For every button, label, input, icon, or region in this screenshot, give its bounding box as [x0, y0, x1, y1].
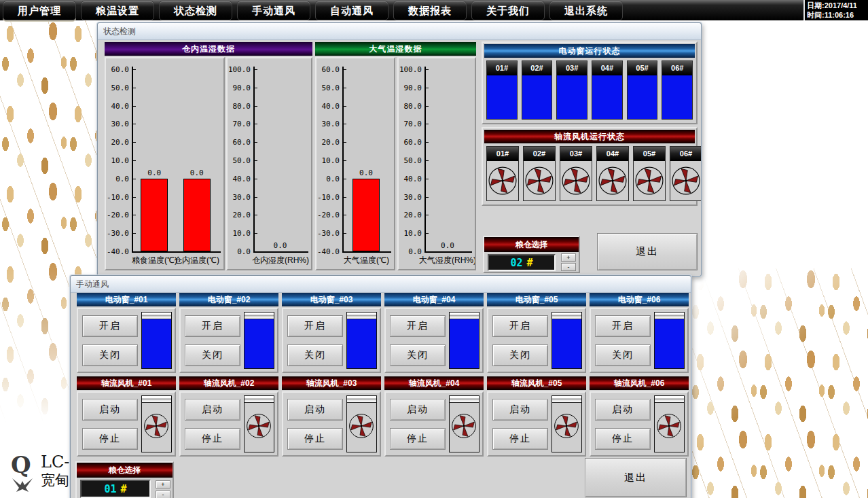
y-tick-mark	[426, 233, 429, 234]
chart-bar	[352, 179, 380, 251]
open-button[interactable]: 开启	[82, 315, 138, 337]
stop-button[interactable]: 停止	[287, 428, 343, 450]
menu-button-6[interactable]: 数据报表	[393, 1, 467, 20]
open-button[interactable]: 开启	[390, 315, 446, 337]
fan-icon	[597, 165, 628, 196]
fan-unit-column: 04#	[596, 146, 629, 201]
unit-number-label: 03#	[557, 61, 587, 75]
menu-button-4[interactable]: 手动通风	[237, 1, 310, 20]
fan-status-cell	[560, 161, 592, 200]
manual-window-titlebar[interactable]: 手动通风	[71, 276, 691, 293]
close-button[interactable]: 关闭	[287, 344, 343, 366]
bar-value-label: 0.0	[271, 241, 290, 250]
indoor-humidity-chart-panel: 100.090.080.070.060.050.040.030.020.010.…	[226, 57, 312, 270]
y-tick-mark	[426, 124, 429, 124]
menu-button-1[interactable]: 用户管理	[3, 1, 76, 20]
stop-button[interactable]: 停止	[595, 428, 651, 450]
close-button[interactable]: 关闭	[185, 344, 240, 366]
start-button[interactable]: 启动	[287, 399, 343, 421]
y-tick-label: 80.0	[399, 102, 422, 111]
window-cell-body: 开启关闭	[282, 308, 381, 373]
fan-cell-body: 启动停止	[487, 391, 586, 457]
menu-button-8[interactable]: 退出系统	[549, 1, 623, 20]
x-axis	[424, 251, 472, 253]
y-tick-mark	[426, 88, 429, 88]
window-position-indicator	[244, 312, 274, 369]
y-tick-mark	[426, 69, 429, 70]
stop-button[interactable]: 停止	[492, 428, 548, 450]
svg-text:Q: Q	[11, 452, 31, 478]
menu-button-5[interactable]: 自动通风	[315, 1, 388, 20]
y-tick-label: 10.0	[317, 156, 340, 165]
fan-icon	[553, 405, 580, 447]
bin-decrement-button[interactable]: -	[561, 263, 576, 271]
menu-button-7[interactable]: 关于我们	[471, 1, 545, 20]
start-button[interactable]: 启动	[390, 399, 446, 421]
start-button[interactable]: 启动	[595, 399, 651, 421]
bin-increment-button[interactable]: +	[156, 480, 170, 488]
y-tick-label: 20.0	[399, 211, 422, 219]
open-button[interactable]: 开启	[185, 315, 240, 337]
fan-status-header: 轴流风机运行状态	[484, 130, 695, 143]
y-tick-label: 90.0	[399, 84, 422, 92]
bin-select-header: 粮仓选择	[77, 463, 173, 478]
y-tick-label: -30.0	[317, 229, 340, 238]
start-button[interactable]: 启动	[185, 399, 240, 421]
open-button[interactable]: 开启	[595, 315, 651, 337]
fan-icon	[143, 405, 170, 447]
y-tick-label: 30.0	[399, 193, 422, 202]
start-button[interactable]: 启动	[492, 399, 548, 421]
y-tick-label: -20.0	[317, 211, 340, 219]
y-tick-mark	[426, 197, 429, 198]
close-button[interactable]: 关闭	[390, 344, 446, 366]
exit-button-manual[interactable]: 退出	[585, 458, 687, 497]
close-button[interactable]: 关闭	[492, 344, 548, 366]
fan-unit-column: 06#	[670, 146, 702, 201]
y-tick-label: 50.0	[317, 84, 340, 92]
fan-indicator	[551, 395, 582, 452]
unit-number-label: 01#	[487, 61, 517, 75]
menu-button-3[interactable]: 状态检测	[159, 1, 232, 20]
window-control-cell: 电动窗_#03开启关闭	[282, 293, 381, 373]
y-tick-label: 0.0	[106, 175, 129, 183]
exit-button-status[interactable]: 退出	[597, 233, 698, 270]
stop-button[interactable]: 停止	[82, 428, 138, 450]
indoor-data-header: 仓内温湿数据	[105, 42, 312, 56]
window-open-indicator	[522, 75, 552, 119]
unit-number-label: 06#	[662, 61, 692, 75]
y-tick-mark	[255, 142, 257, 143]
open-button[interactable]: 开启	[492, 315, 548, 337]
open-button[interactable]: 开启	[287, 315, 343, 337]
stop-button[interactable]: 停止	[390, 428, 446, 450]
window-cell-body: 开启关闭	[77, 308, 176, 373]
fan-icon	[524, 165, 555, 196]
fan-status-cell	[524, 161, 555, 200]
fan-control-cell: 轴流风机_#01启动停止	[77, 376, 176, 457]
y-tick-mark	[133, 251, 136, 252]
close-button[interactable]: 关闭	[595, 344, 651, 366]
status-detection-window: 状态检测 仓内温湿数据 大气温湿数据 60.050.040.030.020.01…	[97, 22, 702, 277]
atmos-temp-chart-panel: 60.050.040.030.020.010.00.0-10.0-20.0-30…	[315, 57, 395, 270]
y-tick-mark	[133, 197, 136, 198]
window-control-cell: 电动窗_#04开启关闭	[384, 293, 484, 373]
y-axis	[424, 67, 426, 253]
menu-button-2[interactable]: 粮温设置	[81, 1, 154, 20]
y-tick-mark	[344, 197, 346, 198]
close-button[interactable]: 关闭	[82, 344, 138, 366]
bin-decrement-button[interactable]: -	[156, 491, 170, 498]
start-button[interactable]: 启动	[82, 399, 138, 421]
y-tick-mark	[344, 160, 346, 161]
window-position-indicator	[551, 312, 582, 369]
y-tick-label: 0.0	[399, 247, 422, 256]
scada-screen: Q LC-6 宽甸 用户管理粮温设置状态检测手动通风自动通风数据报表关于我们退出…	[0, 0, 868, 498]
stop-button[interactable]: 停止	[185, 428, 240, 450]
window-cell-body: 开启关闭	[384, 308, 484, 373]
y-tick-mark	[133, 124, 136, 124]
fan-control-cell: 轴流风机_#02启动停止	[179, 376, 278, 457]
y-tick-label: 30.0	[106, 120, 129, 128]
y-tick-label: 60.0	[399, 138, 422, 147]
bin-increment-button[interactable]: +	[561, 253, 576, 262]
status-window-titlebar[interactable]: 状态检测	[98, 23, 701, 40]
fan-cell-title: 轴流风机_#03	[282, 376, 381, 390]
fan-cell-body: 启动停止	[77, 391, 176, 457]
